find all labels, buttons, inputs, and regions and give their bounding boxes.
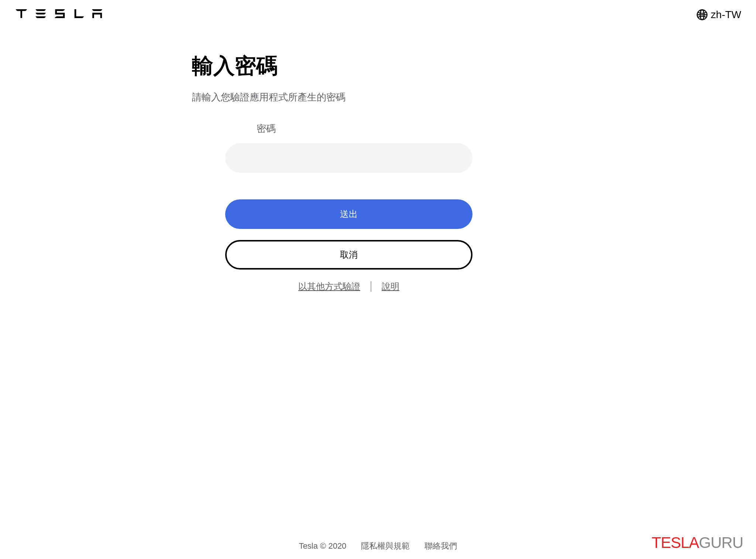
tesla-logo[interactable] [15,9,103,21]
footer-privacy-link[interactable]: 隱私權與規範 [361,541,410,552]
header: zh-TW [0,0,756,30]
password-label: 密碼 [257,122,506,135]
input-wrapper [192,143,506,173]
language-selector[interactable]: zh-TW [696,9,741,21]
language-label: zh-TW [711,9,741,21]
footer-copyright: Tesla © 2020 [299,541,347,551]
watermark: TESLAGURU [652,534,743,552]
links-row: 以其他方式驗證 說明 [192,281,506,292]
main-content: 輸入密碼 請輸入您驗證應用程式所產生的密碼 密碼 送出 取消 以其他方式驗證 說… [192,52,506,292]
watermark-suffix: GURU [699,534,743,551]
password-input[interactable] [225,143,472,173]
help-link[interactable]: 說明 [382,281,399,292]
page-subtitle: 請輸入您驗證應用程式所產生的密碼 [192,91,506,104]
alternate-verify-link[interactable]: 以其他方式驗證 [298,281,360,292]
button-group: 送出 取消 [192,199,506,270]
watermark-brand: TESLA [652,534,699,551]
tesla-wordmark-icon [15,9,103,18]
cancel-button[interactable]: 取消 [225,240,472,270]
footer: Tesla © 2020 隱私權與規範 聯絡我們 [0,541,756,552]
page-title: 輸入密碼 [192,52,506,80]
submit-button[interactable]: 送出 [225,199,472,229]
globe-icon [696,9,708,21]
footer-contact-link[interactable]: 聯絡我們 [425,541,457,552]
link-divider [371,281,371,292]
